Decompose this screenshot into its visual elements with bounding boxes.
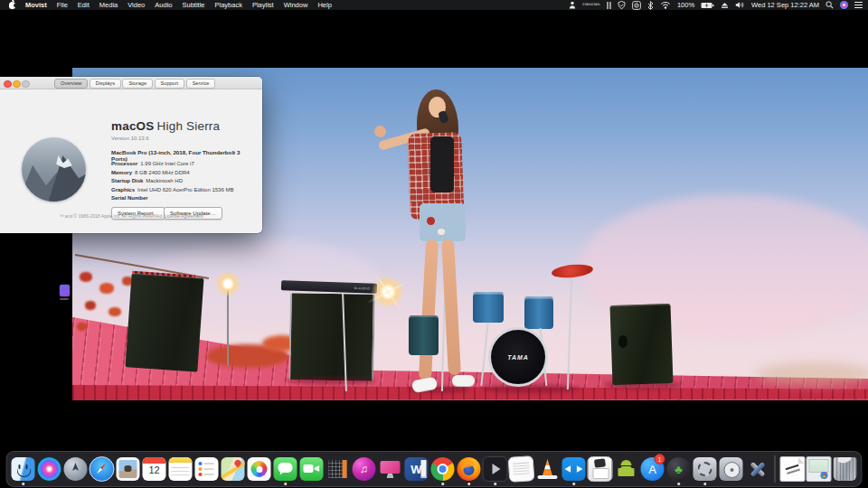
wifi-icon[interactable] [660,1,671,9]
dock-reminders[interactable] [194,453,220,485]
dock-finder[interactable] [11,453,36,485]
dock-document-file[interactable] [780,453,806,485]
dock-trash[interactable] [833,453,858,485]
os-name-light: High Sierra [157,119,221,133]
dock-siri[interactable] [37,453,62,485]
copyright-text: ™ and © 1983-2018 Apple Inc. All Rights … [59,213,163,219]
dock-maps[interactable] [221,453,246,485]
menu-edit[interactable]: Edit [78,1,90,9]
tab-displays[interactable]: Displays [90,79,121,89]
tab-service[interactable]: Service [186,79,216,89]
menu-subtitle[interactable]: Subtitle [182,1,204,9]
far-right-haze [756,362,868,386]
menu-playback[interactable]: Playback [215,1,242,9]
dock-launchpad[interactable] [63,453,89,485]
dock-app-box[interactable] [588,453,613,485]
dock-android[interactable] [614,453,639,485]
mac-model: MacBook Pro (13-inch, 2018, Four Thunder… [111,149,256,162]
dock-itunes[interactable]: ♫ [352,453,377,485]
dock-calendar[interactable]: 12 [142,453,167,485]
dock-pink-display[interactable] [378,453,403,485]
desktop-file-label [60,298,69,300]
menu-audio[interactable]: Audio [155,1,172,9]
word-icon: W [405,457,429,481]
dock-messages[interactable] [273,453,298,485]
menu-help[interactable]: Help [317,1,331,9]
dock-movist[interactable] [483,453,508,485]
dock-crossed-tools[interactable] [745,453,770,485]
spotlight-icon[interactable] [826,1,834,9]
clover-configurator-icon: ♣ [667,457,691,481]
menu-window[interactable]: Window [284,1,308,9]
tab-storage[interactable]: Storage [122,79,153,89]
desktop: Movist File Edit Media Video Audio Subti… [0,0,868,488]
shadow [481,384,580,393]
menu-media[interactable]: Media [99,1,118,9]
android-icon [615,457,638,481]
dock-teamviewer[interactable] [561,453,587,485]
singer-tank-top [430,136,454,192]
dock-facetime[interactable] [299,453,325,485]
desktop-file-icon[interactable] [58,285,71,303]
document-file-icon [780,456,806,482]
dock-app-store[interactable]: 1A [640,453,665,485]
net-up: 0 kb/s [582,3,591,6]
notification-center-icon[interactable] [854,2,863,8]
crossed-tools-icon [746,457,769,481]
running-dot [703,483,706,485]
eject-icon[interactable] [721,2,729,9]
minimize-button[interactable] [13,80,21,89]
dock-screenshot-file[interactable] [807,453,832,485]
spec-label: Memory [111,170,132,175]
camera-status-icon[interactable] [632,1,641,10]
dock-notes[interactable] [168,453,193,485]
bass-drum: TAMA [488,327,548,387]
rack-tom-1 [473,292,504,323]
menu-video[interactable]: Video [127,1,145,9]
textedit-icon [508,455,535,483]
launchpad-icon [64,457,88,481]
spec-label: Serial Number [111,195,148,201]
dock-preview[interactable] [116,453,141,485]
dock-photos[interactable] [247,453,272,485]
zoom-button[interactable] [22,80,30,89]
spec-label: Processor [111,161,137,166]
left-speaker [125,273,203,371]
finder-icon [12,457,35,481]
menu-app[interactable]: Movist [25,1,47,9]
close-button[interactable] [4,80,12,89]
apple-menu-icon[interactable] [9,2,15,9]
dock-textedit[interactable] [509,453,534,485]
menu-playlist[interactable]: Playlist [252,1,274,9]
tab-support[interactable]: Support [155,79,185,89]
spec-value: 8 GB 2400 MHz DDR4 [135,170,190,175]
dock-clover[interactable]: ♣ [666,453,692,485]
dock-grid-app[interactable] [326,453,351,485]
battery-icon[interactable] [701,2,714,9]
dock-system-gears[interactable] [693,453,718,485]
license-agreement-link[interactable]: License Agreement [165,213,203,219]
dock-firefox[interactable] [457,453,482,485]
dock-chrome[interactable] [430,453,456,485]
shield-icon[interactable] [618,1,626,10]
tab-overview[interactable]: Overview [54,79,88,89]
usage-bars-icon[interactable] [607,2,611,9]
siri-icon[interactable] [840,1,848,9]
dock-vlc[interactable] [535,453,561,485]
bluetooth-icon[interactable] [647,1,654,10]
window-title-bar[interactable]: Overview Displays Storage Support Servic… [0,77,262,89]
menu-clock[interactable]: Wed 12 Sep 12:22 AM [751,1,819,9]
running-dot [467,483,470,485]
running-dot [284,483,287,485]
bass-drum-brand: TAMA [507,354,529,361]
dock-disk-utility[interactable] [719,453,744,485]
volume-icon[interactable] [735,1,745,9]
dock-safari[interactable] [90,453,115,485]
dock-word[interactable]: W [404,453,429,485]
menu-file[interactable]: File [57,1,68,9]
spec-serial: Serial Number [111,195,151,201]
network-speed-indicator[interactable]: 0 kb/s 0 kb/s [582,3,599,6]
running-dot [494,483,496,485]
status-app-icon[interactable] [569,1,576,9]
singer-leg-left [419,239,439,381]
